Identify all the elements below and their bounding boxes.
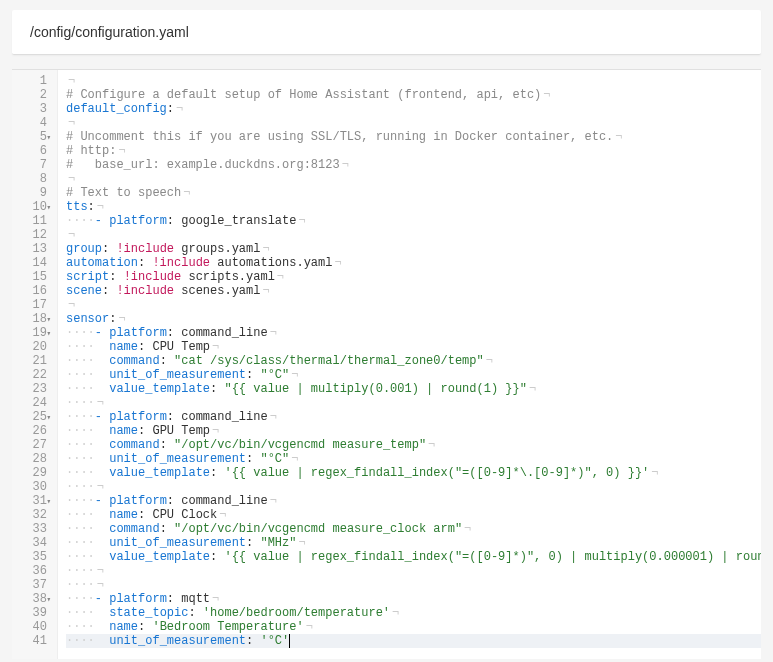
line-number[interactable]: 11 xyxy=(12,214,53,228)
line-number[interactable]: 31▾ xyxy=(12,494,53,508)
fold-toggle-icon[interactable]: ▾ xyxy=(46,495,51,509)
eol-marker: ¬ xyxy=(298,536,305,550)
line-number[interactable]: 17 xyxy=(12,298,53,312)
code-line[interactable]: ¬ xyxy=(66,116,761,130)
line-number[interactable]: 38▾ xyxy=(12,592,53,606)
code-line[interactable]: ···· name: CPU Temp¬ xyxy=(66,340,761,354)
line-number[interactable]: 25▾ xyxy=(12,410,53,424)
code-line[interactable]: ····- platform: mqtt¬ xyxy=(66,592,761,606)
code-line[interactable]: ···· name: 'Bedroom Temperature'¬ xyxy=(66,620,761,634)
code-line[interactable]: ····¬ xyxy=(66,564,761,578)
code-line[interactable]: automation: !include automations.yaml¬ xyxy=(66,256,761,270)
code-line[interactable]: ···· state_topic: 'home/bedroom/temperat… xyxy=(66,606,761,620)
line-number[interactable]: 7 xyxy=(12,158,53,172)
line-number[interactable]: 22 xyxy=(12,368,53,382)
line-number[interactable]: 19▾ xyxy=(12,326,53,340)
line-number[interactable]: 37 xyxy=(12,578,53,592)
line-number[interactable]: 2 xyxy=(12,88,53,102)
line-number[interactable]: 8 xyxy=(12,172,53,186)
fold-toggle-icon[interactable]: ▾ xyxy=(46,327,51,341)
line-number[interactable]: 30 xyxy=(12,480,53,494)
fold-toggle-icon[interactable]: ▾ xyxy=(46,313,51,327)
line-number[interactable]: 18▾ xyxy=(12,312,53,326)
line-number[interactable]: 5▾ xyxy=(12,130,53,144)
line-number[interactable]: 40 xyxy=(12,620,53,634)
line-number[interactable]: 36 xyxy=(12,564,53,578)
fold-toggle-icon[interactable]: ▾ xyxy=(46,593,51,607)
line-number[interactable]: 10▾ xyxy=(12,200,53,214)
code-line[interactable]: ¬ xyxy=(66,172,761,186)
code-line[interactable]: # Configure a default setup of Home Assi… xyxy=(66,88,761,102)
eol-marker: ¬ xyxy=(270,410,277,424)
line-number-gutter[interactable]: 12345▾678910▾1112131415161718▾19▾2021222… xyxy=(12,70,58,659)
fold-toggle-icon[interactable]: ▾ xyxy=(46,411,51,425)
line-number[interactable]: 34 xyxy=(12,536,53,550)
eol-marker: ¬ xyxy=(262,242,269,256)
fold-toggle-icon[interactable]: ▾ xyxy=(46,131,51,145)
line-number[interactable]: 9 xyxy=(12,186,53,200)
line-number[interactable]: 3 xyxy=(12,102,53,116)
line-number[interactable]: 24 xyxy=(12,396,53,410)
code-line[interactable]: ···· unit_of_measurement: "MHz"¬ xyxy=(66,536,761,550)
line-number[interactable]: 21 xyxy=(12,354,53,368)
code-line[interactable]: ···· unit_of_measurement: "°C"¬ xyxy=(66,452,761,466)
eol-marker: ¬ xyxy=(298,214,305,228)
line-number[interactable]: 29 xyxy=(12,466,53,480)
code-line[interactable]: ···· command: "cat /sys/class/thermal/th… xyxy=(66,354,761,368)
code-line[interactable]: scene: !include scenes.yaml¬ xyxy=(66,284,761,298)
code-line[interactable]: ¬ xyxy=(66,74,761,88)
line-number[interactable]: 1 xyxy=(12,74,53,88)
code-line[interactable]: ····- platform: google_translate¬ xyxy=(66,214,761,228)
line-number[interactable]: 13 xyxy=(12,242,53,256)
code-line[interactable]: ···· unit_of_measurement: "°C"¬ xyxy=(66,368,761,382)
line-number[interactable]: 26 xyxy=(12,424,53,438)
code-line[interactable]: group: !include groups.yaml¬ xyxy=(66,242,761,256)
code-line[interactable]: tts:¬ xyxy=(66,200,761,214)
code-line[interactable]: ····¬ xyxy=(66,578,761,592)
line-number[interactable]: 6 xyxy=(12,144,53,158)
eol-marker: ¬ xyxy=(486,354,493,368)
line-number[interactable]: 15 xyxy=(12,270,53,284)
code-line[interactable]: sensor:¬ xyxy=(66,312,761,326)
code-line[interactable]: ···· name: GPU Temp¬ xyxy=(66,424,761,438)
line-number[interactable]: 41 xyxy=(12,634,53,648)
code-line[interactable]: ···· value_template: '{{ value | regex_f… xyxy=(66,550,761,564)
code-line[interactable]: ····¬ xyxy=(66,396,761,410)
code-line[interactable]: # base_url: example.duckdns.org:8123¬ xyxy=(66,158,761,172)
code-line[interactable]: # http:¬ xyxy=(66,144,761,158)
code-line[interactable]: ···· name: CPU Clock¬ xyxy=(66,508,761,522)
code-line[interactable]: ···· command: "/opt/vc/bin/vcgencmd meas… xyxy=(66,438,761,452)
code-editor[interactable]: 12345▾678910▾1112131415161718▾19▾2021222… xyxy=(12,69,761,659)
line-number[interactable]: 12 xyxy=(12,228,53,242)
line-number[interactable]: 35 xyxy=(12,550,53,564)
line-number[interactable]: 4 xyxy=(12,116,53,130)
code-line[interactable]: ····- platform: command_line¬ xyxy=(66,494,761,508)
code-line[interactable]: ¬ xyxy=(66,228,761,242)
line-number[interactable]: 27 xyxy=(12,438,53,452)
code-line[interactable]: ···· command: "/opt/vc/bin/vcgencmd meas… xyxy=(66,522,761,536)
code-line[interactable]: default_config:¬ xyxy=(66,102,761,116)
line-number[interactable]: 20 xyxy=(12,340,53,354)
line-number[interactable]: 28 xyxy=(12,452,53,466)
line-number[interactable]: 14 xyxy=(12,256,53,270)
code-line[interactable]: # Uncomment this if you are using SSL/TL… xyxy=(66,130,761,144)
code-line[interactable]: ¬ xyxy=(66,298,761,312)
line-number[interactable]: 23 xyxy=(12,382,53,396)
code-line[interactable]: ····- platform: command_line¬ xyxy=(66,326,761,340)
eol-marker: ¬ xyxy=(68,74,75,88)
line-number[interactable]: 39 xyxy=(12,606,53,620)
eol-marker: ¬ xyxy=(291,452,298,466)
code-line[interactable]: script: !include scripts.yaml¬ xyxy=(66,270,761,284)
fold-toggle-icon[interactable]: ▾ xyxy=(46,201,51,215)
line-number[interactable]: 33 xyxy=(12,522,53,536)
code-content-area[interactable]: ¬# Configure a default setup of Home Ass… xyxy=(58,70,761,659)
eol-marker: ¬ xyxy=(219,508,226,522)
code-line[interactable]: ···· value_template: "{{ value | multipl… xyxy=(66,382,761,396)
code-line[interactable]: ····¬ xyxy=(66,480,761,494)
line-number[interactable]: 16 xyxy=(12,284,53,298)
code-line[interactable]: ····- platform: command_line¬ xyxy=(66,410,761,424)
code-line[interactable]: ···· unit_of_measurement: '°C' xyxy=(66,634,761,648)
line-number[interactable]: 32 xyxy=(12,508,53,522)
code-line[interactable]: # Text to speech¬ xyxy=(66,186,761,200)
code-line[interactable]: ···· value_template: '{{ value | regex_f… xyxy=(66,466,761,480)
